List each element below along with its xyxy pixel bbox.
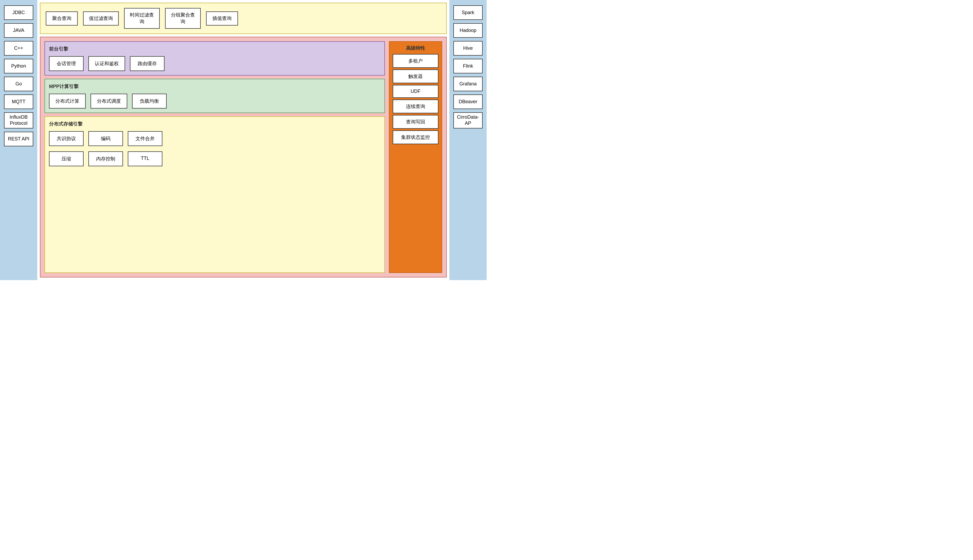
frontend-engine-items: 会话管理认证和鉴权路由缓存 — [49, 56, 380, 71]
query-item-value-filter-query: 值过滤查询 — [83, 12, 119, 25]
sidebar-item-hadoop: Hadoop — [453, 23, 483, 38]
sidebar-item-influxdb: InfluxDB Protocol — [4, 112, 33, 128]
frontend-engine-title: 前台引擎 — [49, 46, 380, 52]
mpp-item-distributed-schedule: 分布式调度 — [90, 93, 127, 108]
query-item-group-aggregate-query: 分组聚合查 询 — [165, 8, 201, 29]
advanced-item-continuous-query: 连续查询 — [393, 100, 438, 113]
advanced-item-query-writeback: 查询写回 — [393, 115, 438, 129]
mpp-engine-title: MPP计算引擎 — [49, 83, 380, 90]
right-sidebar: SparkHadoopHiveFlinkGrafanaDBeaverCirroD… — [450, 0, 486, 280]
storage-item-compression: 压缩 — [49, 152, 84, 166]
sidebar-item-spark: Spark — [453, 5, 483, 20]
fe-item-auth: 认证和鉴权 — [89, 56, 125, 71]
mpp-engine: MPP计算引擎 分布式计算分布式调度负载均衡 — [45, 79, 385, 113]
engine-container: 前台引擎 会话管理认证和鉴权路由缓存 MPP计算引擎 分布式计算分布式调度负载均… — [40, 37, 447, 277]
mpp-engine-items: 分布式计算分布式调度负载均衡 — [49, 93, 380, 108]
advanced-item-multi-tenant: 多租户 — [393, 54, 438, 68]
advanced-features-title: 高级特性 — [393, 45, 438, 51]
fe-item-session-mgmt: 会话管理 — [49, 56, 84, 71]
fe-item-route-cache: 路由缓存 — [130, 56, 164, 71]
query-item-time-filter-query: 时间过滤查 询 — [124, 8, 160, 29]
storage-item-ttl: TTL — [128, 152, 162, 166]
storage-item-memory-control: 内存控制 — [89, 152, 123, 166]
sidebar-item-flink: Flink — [453, 59, 483, 73]
storage-item-encoding: 编码 — [89, 131, 123, 146]
advanced-item-trigger: 触发器 — [393, 70, 438, 83]
storage-item-file-merge: 文件合并 — [128, 131, 162, 146]
mpp-item-load-balance: 负载均衡 — [132, 93, 167, 108]
advanced-features: 高级特性 多租户触发器UDF连续查询查询写回集群状态监控 — [389, 41, 442, 273]
left-sidebar: JDBCJAVAC++PythonGoMQTTInfluxDB Protocol… — [0, 0, 37, 280]
sidebar-item-dbeaver: DBeaver — [453, 95, 483, 109]
sidebar-item-grafana: Grafana — [453, 77, 483, 91]
advanced-item-cluster-monitor: 集群状态监控 — [393, 130, 438, 144]
sidebar-item-rest-api: REST API — [4, 132, 33, 146]
sidebar-item-jdbc: JDBC — [4, 5, 33, 20]
frontend-engine: 前台引擎 会话管理认证和鉴权路由缓存 — [45, 41, 385, 75]
storage-row-2: 压缩内存控制TTL — [49, 152, 380, 166]
sidebar-item-hive: Hive — [453, 41, 483, 56]
sidebar-item-cirrodata: CirroData- AP — [453, 112, 483, 128]
storage-engine-title: 分布式存储引擎 — [49, 121, 380, 127]
top-query-bar: 聚合查询值过滤查询时间过滤查 询分组聚合查 询插值查询 — [40, 3, 447, 34]
advanced-item-udf: UDF — [393, 85, 438, 98]
sidebar-item-java: JAVA — [4, 23, 33, 38]
storage-item-consensus-protocol: 共识协议 — [49, 131, 84, 146]
main-area: 聚合查询值过滤查询时间过滤查 询分组聚合查 询插值查询 前台引擎 会话管理认证和… — [37, 0, 450, 280]
sidebar-item-mqtt: MQTT — [4, 95, 33, 109]
storage-engine: 分布式存储引擎 共识协议编码文件合并 压缩内存控制TTL — [45, 116, 385, 273]
storage-row-1: 共识协议编码文件合并 — [49, 131, 380, 146]
sidebar-item-cpp: C++ — [4, 41, 33, 56]
query-item-insert-query: 插值查询 — [206, 12, 238, 25]
sidebar-item-go: Go — [4, 77, 33, 91]
mpp-item-distributed-compute: 分布式计算 — [49, 93, 86, 108]
query-item-aggregate-query: 聚合查询 — [46, 12, 78, 25]
engine-left: 前台引擎 会话管理认证和鉴权路由缓存 MPP计算引擎 分布式计算分布式调度负载均… — [45, 41, 385, 273]
sidebar-item-python: Python — [4, 59, 33, 73]
